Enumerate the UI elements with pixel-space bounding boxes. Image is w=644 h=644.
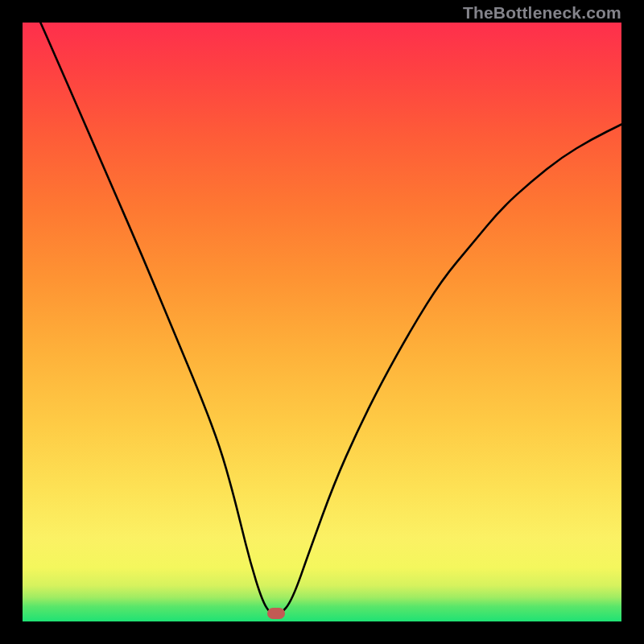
bottleneck-curve [23, 23, 621, 621]
plot-area [23, 23, 621, 621]
optimum-marker [267, 608, 285, 619]
watermark-text: TheBottleneck.com [463, 3, 621, 23]
chart-frame: TheBottleneck.com [0, 0, 644, 644]
